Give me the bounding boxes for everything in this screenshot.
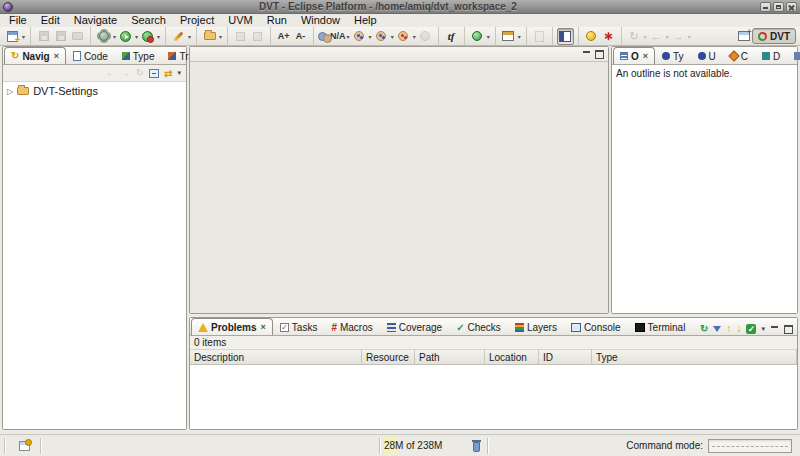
tab-tasks[interactable]: ✓ Tasks [273,318,325,335]
run-coverage-dropdown[interactable]: ▾ [157,33,160,40]
menu-window[interactable]: Window [294,14,347,27]
garbage-collect-icon[interactable] [472,440,481,452]
up-arrow-icon[interactable]: ↑ [726,323,731,335]
open-resource-dropdown[interactable]: ▾ [219,33,222,40]
waiver-blue-2-button[interactable] [373,28,390,45]
build-button[interactable] [95,28,112,45]
column-id[interactable]: ID [539,350,592,364]
editor-layout-button[interactable] [500,28,517,45]
waivers-button[interactable]: N/A [318,28,346,45]
tab-checks-view[interactable]: C [723,47,755,64]
close-icon[interactable]: × [54,51,59,61]
column-location[interactable]: Location [485,350,539,364]
new-wizard-button[interactable] [4,28,21,45]
tab-navig[interactable]: ↻ Navig × [4,47,66,64]
menu-navigate[interactable]: Navigate [67,14,124,27]
link-with-editor-icon[interactable]: ⇄ [164,68,172,79]
full-build-button[interactable] [583,28,600,45]
problems-table-body[interactable] [190,365,797,429]
menu-edit[interactable]: Edit [34,14,67,27]
close-window-button[interactable] [786,2,797,12]
editor-layout-dropdown[interactable]: ▾ [518,33,521,40]
close-icon[interactable]: × [643,51,648,61]
run-coverage-button[interactable] [139,28,156,45]
font-increase-button[interactable]: A+ [275,28,292,45]
open-resource-button[interactable] [201,28,218,45]
tab-terminal[interactable]: Terminal [628,318,693,335]
expander-icon[interactable]: ▷ [7,87,13,96]
back-icon: ← [651,31,662,42]
tab-macros[interactable]: # Macros [324,318,379,335]
tab-console[interactable]: Console [564,318,628,335]
waivers-dropdown[interactable]: ▾ [347,33,350,40]
waiver-blue-2-dropdown[interactable]: ▾ [391,33,394,40]
column-resource[interactable]: Resource [362,350,415,364]
tab-code[interactable]: Code [66,47,115,64]
column-path[interactable]: Path [415,350,485,364]
tab-coverage[interactable]: Coverage [380,318,449,335]
view-menu-icon[interactable]: ▾ [761,325,765,333]
editor-tabstrip [190,47,608,62]
run-dropdown[interactable]: ▾ [135,33,138,40]
filter-icon[interactable] [713,326,721,332]
status-launch-icon[interactable] [19,441,30,451]
tab-uvm[interactable]: U [691,47,723,64]
waiver-red-icon [398,31,408,41]
menu-run[interactable]: Run [260,14,294,27]
maximize-editor-icon[interactable] [595,50,604,59]
tab-outline[interactable]: O × [613,47,655,64]
menu-uvm[interactable]: UVM [221,14,259,27]
new-wizard-dropdown[interactable]: ▾ [22,33,25,40]
tab-verification[interactable]: Ve [787,47,800,64]
semantic-db-dropdown[interactable]: ▾ [487,33,490,40]
waiver-blue-1-dropdown[interactable]: ▾ [369,33,372,40]
tab-diagrams[interactable]: D [755,47,787,64]
waiver-red-button[interactable] [395,28,412,45]
refresh-icon[interactable]: ↻ [700,323,708,335]
add-icon[interactable]: ✓ [746,324,756,334]
minimize-view-icon[interactable] [770,325,779,334]
tab-checks[interactable]: ✓ Checks [449,318,508,335]
text-format-button[interactable]: tf [443,28,460,45]
checks-view-icon [728,50,739,61]
build-dropdown[interactable]: ▾ [113,33,116,40]
open-perspective-button[interactable] [735,28,752,45]
minimize-window-button[interactable] [760,2,771,12]
quick-fix-button[interactable] [170,28,187,45]
maximize-window-button[interactable] [773,2,784,12]
console-icon [571,323,581,332]
app-window-icon[interactable] [3,2,13,12]
menu-file[interactable]: File [2,14,34,27]
semantic-db-button[interactable] [469,28,486,45]
maximize-view-icon[interactable] [784,325,793,334]
menu-help[interactable]: Help [347,14,384,27]
tree-item-dvt-settings[interactable]: ▷ DVT-Settings [7,85,182,97]
types-icon [662,52,670,60]
quick-fix-dropdown[interactable]: ▾ [188,33,191,40]
down-arrow-icon[interactable]: ↓ [736,323,741,335]
tab-problems[interactable]: Problems × [191,318,273,335]
view-menu-icon[interactable]: ▾ [177,69,181,77]
waiver-blue-1-button[interactable] [351,28,368,45]
column-description[interactable]: Description [190,350,362,364]
minimize-editor-icon[interactable] [582,50,591,59]
statusbar: 28M of 238M Command mode: [0,434,800,456]
toggle-editor-area-button[interactable] [557,28,574,45]
open-folder-icon [204,32,216,40]
menu-search[interactable]: Search [124,14,173,27]
stop-build-button[interactable]: ∗ [600,28,617,45]
menu-project[interactable]: Project [173,14,221,27]
collapse-all-icon[interactable] [149,69,159,78]
items-count: 0 items [190,336,797,350]
tab-type[interactable]: Type [115,47,162,64]
tab-types[interactable]: Ty [655,47,691,64]
command-mode-field[interactable] [708,439,792,453]
column-type[interactable]: Type [592,350,797,364]
dvt-perspective-button[interactable]: DVT [752,28,796,44]
editor-content[interactable] [190,62,608,313]
tab-layers[interactable]: Layers [508,318,564,335]
waiver-red-dropdown[interactable]: ▾ [413,33,416,40]
font-decrease-button[interactable]: A- [292,28,309,45]
close-icon[interactable]: × [261,322,266,332]
run-button[interactable] [117,28,134,45]
